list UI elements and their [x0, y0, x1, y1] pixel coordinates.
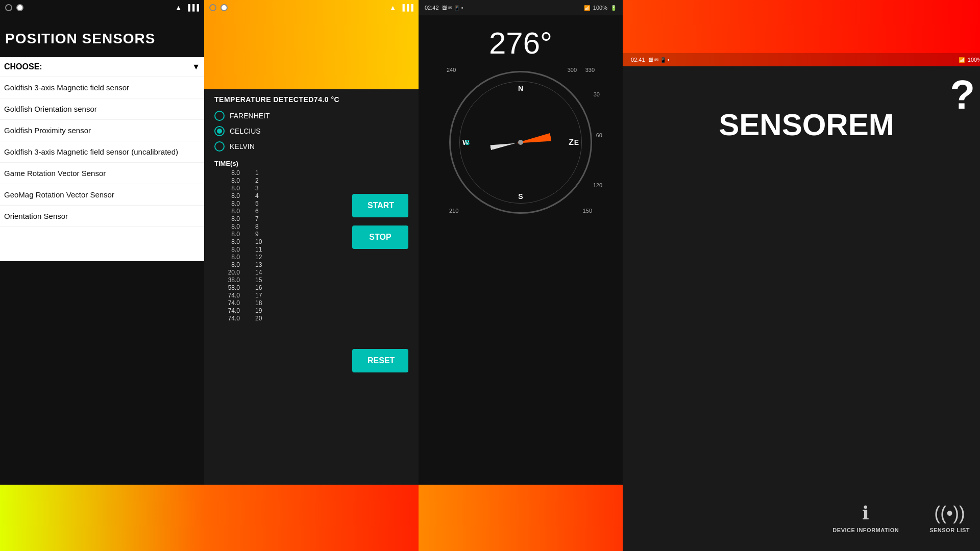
needle-white — [490, 141, 516, 151]
app-title: SENSOREM — [719, 107, 894, 142]
middle-bottom-gradient — [204, 485, 419, 551]
tick-150: 150 — [583, 208, 592, 214]
unit-radio-group: FARENHEIT CELCIUS KELVIN — [204, 107, 419, 156]
radio-circle-kelvin[interactable] — [214, 141, 225, 152]
start-button[interactable]: START — [352, 194, 408, 217]
compass-degree: 276° — [489, 26, 552, 61]
tick-30: 30 — [594, 91, 600, 97]
compass-statusbar: 02:42 🖼 ✉ 📱 • 📶 100% 🔋 — [419, 0, 623, 15]
battery-icon: 🔋 — [610, 5, 617, 11]
tick-60: 60 — [596, 132, 602, 138]
compass-bottom-gradient — [419, 485, 623, 551]
info-icon: ℹ — [862, 503, 869, 524]
question-mark: ? — [950, 71, 975, 118]
compass-panel: 02:42 🖼 ✉ 📱 • 📶 100% 🔋 276° N S E W Z S — [419, 0, 623, 551]
right-time: 02:41 — [631, 57, 645, 63]
tick-300: 300 — [568, 67, 577, 73]
left-bottom-gradient — [0, 485, 204, 551]
sensor-dropdown[interactable]: CHOOSE: ▼ Goldfish 3-axis Magnetic field… — [0, 57, 204, 261]
table-row: 8.01 — [214, 169, 408, 177]
sensor-item-1[interactable]: Goldfish 3-axis Magnetic field sensor — [0, 77, 204, 98]
m-status-dot-1 — [209, 4, 216, 11]
right-bottom-nav: ℹ DEVICE INFORMATION ((•)) SENSOR LIST › — [623, 485, 980, 551]
sensor-list-icon: ((•)) — [934, 503, 965, 524]
sensor-item-2[interactable]: Goldfish Orientation sensor — [0, 98, 204, 120]
compass-ring: N S E W Z S — [449, 71, 592, 214]
compass-south-label: S — [518, 192, 523, 201]
right-wifi: 📶 — [959, 57, 965, 63]
radio-kelvin[interactable]: KELVIN — [214, 141, 408, 152]
reset-button[interactable]: RESET — [352, 349, 408, 372]
radio-circle-fahrenheit[interactable] — [214, 111, 225, 121]
table-header: TIME(s) — [214, 160, 408, 167]
tick-120: 120 — [593, 182, 602, 188]
compass-north-label: N — [518, 84, 523, 92]
tick-330: 330 — [585, 67, 595, 73]
m-wifi-icon: ▲ — [389, 4, 397, 12]
dropdown-arrow-icon: ▼ — [192, 62, 200, 71]
middle-panel: ▲ ▐▐▐ TEMPERATURE DETECTED74.0 °C FARENH… — [204, 0, 419, 551]
radio-fahrenheit[interactable]: FARENHEIT — [214, 111, 408, 121]
device-info-label: DEVICE INFORMATION — [832, 527, 899, 533]
page-title: POSITION SENSORS — [0, 15, 204, 57]
compass-wifi: 📶 — [584, 5, 590, 11]
m-signal-icon: ▐▐▐ — [400, 4, 413, 11]
wifi-icon: ▲ — [175, 4, 182, 12]
button-group: START STOP RESET — [352, 189, 408, 378]
sensor-list-nav[interactable]: ((•)) SENSOR LIST — [929, 503, 970, 533]
tick-240: 240 — [447, 67, 456, 73]
status-dot-2 — [16, 4, 23, 11]
compass-time: 02:42 — [425, 5, 439, 11]
z-label: Z — [569, 138, 574, 147]
middle-top-gradient: ▲ ▐▐▐ — [204, 0, 419, 89]
sensor-item-4[interactable]: Goldfish 3-axis Magnetic field sensor (u… — [0, 141, 204, 163]
radio-label-celsius: CELCIUS — [230, 127, 261, 135]
left-panel: ▲ ▐▐▐ POSITION SENSORS CHOOSE: ▼ Goldfis… — [0, 0, 204, 551]
compass-container: N S E W Z S 300 330 30 60 120 150 210 24… — [444, 66, 597, 219]
right-top-gradient: 02:41 🖼 ✉ 📱 • 📶 100% — [623, 0, 980, 66]
compass-inner: N S E W Z S — [459, 81, 582, 204]
radio-label-kelvin: KELVIN — [230, 142, 255, 151]
device-info-nav[interactable]: ℹ DEVICE INFORMATION — [832, 503, 899, 533]
compass-battery: 100% — [593, 5, 607, 11]
middle-statusbar: ▲ ▐▐▐ — [204, 0, 419, 15]
stop-button[interactable]: STOP — [352, 226, 408, 249]
radio-circle-celsius[interactable] — [214, 126, 225, 136]
compass-east-label: E — [574, 138, 579, 146]
sensor-item-5[interactable]: Game Rotation Vector Sensor — [0, 163, 204, 184]
radio-label-fahrenheit: FARENHEIT — [230, 112, 270, 120]
temp-detected: TEMPERATURE DETECTED74.0 °C — [204, 89, 419, 107]
right-panel: 02:41 🖼 ✉ 📱 • 📶 100% ? SENSOREM ℹ DEVICE… — [623, 0, 980, 551]
s-label: S — [465, 138, 470, 146]
right-icons: 🖼 ✉ 📱 • — [648, 57, 670, 63]
sensor-item-7[interactable]: Orientation Sensor — [0, 206, 204, 227]
status-dot-1 — [5, 4, 12, 11]
compass-center-dot — [518, 140, 523, 145]
compass-icons: 🖼 ✉ 📱 • — [442, 5, 463, 11]
tick-210: 210 — [449, 208, 458, 214]
sensor-item-6[interactable]: GeoMag Rotation Vector Sensor — [0, 184, 204, 206]
sensor-item-3[interactable]: Goldfish Proximity sensor — [0, 120, 204, 141]
m-status-dot-2 — [220, 4, 228, 11]
table-row: 8.02 — [214, 177, 408, 184]
sensor-list-label: SENSOR LIST — [929, 527, 970, 533]
signal-icon: ▐▐▐ — [186, 4, 199, 11]
right-battery-pct: 100% — [968, 57, 980, 63]
dropdown-header[interactable]: CHOOSE: ▼ — [0, 57, 204, 77]
right-statusbar: 02:41 🖼 ✉ 📱 • 📶 100% — [623, 53, 980, 66]
left-statusbar: ▲ ▐▐▐ — [0, 0, 204, 15]
radio-celsius[interactable]: CELCIUS — [214, 126, 408, 136]
dropdown-label: CHOOSE: — [4, 62, 42, 71]
